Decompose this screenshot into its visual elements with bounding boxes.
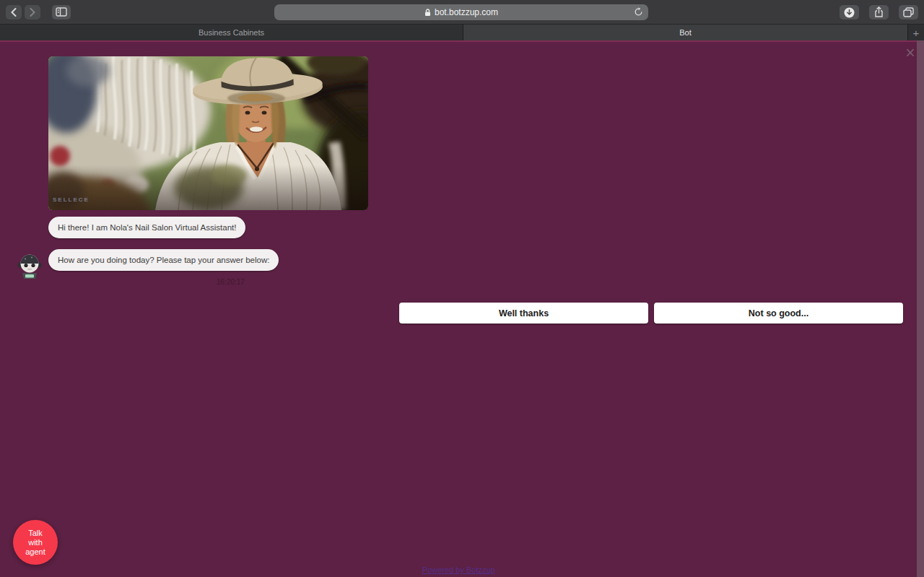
sidebar-button[interactable] bbox=[52, 5, 71, 19]
lock-icon bbox=[424, 9, 431, 17]
downloads-button[interactable] bbox=[840, 5, 859, 19]
share-icon bbox=[874, 6, 884, 18]
chevron-right-icon bbox=[29, 8, 36, 17]
chat-gif-image: SELLECE bbox=[48, 56, 368, 210]
tabs-overview-button[interactable] bbox=[899, 5, 918, 19]
gif-watermark: SELLECE bbox=[53, 196, 90, 203]
chat-message: Hi there! I am Nola's Nail Salon Virtual… bbox=[48, 217, 245, 238]
agent-button-line: agent bbox=[25, 547, 45, 557]
new-tab-button[interactable]: + bbox=[908, 25, 924, 40]
tab-label: Business Cabinets bbox=[199, 28, 264, 37]
nav-button-group bbox=[6, 5, 71, 19]
chat-page: × bbox=[0, 40, 924, 577]
forward-button[interactable] bbox=[25, 5, 40, 19]
toolbar-right-group bbox=[840, 5, 918, 19]
quick-reply-well-thanks[interactable]: Well thanks bbox=[399, 303, 648, 324]
message-timestamp: 16:20:17 bbox=[217, 278, 245, 286]
scrollbar-track[interactable] bbox=[917, 40, 924, 577]
chat-message-text: Hi there! I am Nola's Nail Salon Virtual… bbox=[58, 223, 236, 232]
tab-business-cabinets[interactable]: Business Cabinets bbox=[0, 25, 463, 40]
powered-by-link[interactable]: Powered by Botzzup bbox=[0, 565, 917, 574]
chat-message: How are you doing today? Please tap your… bbox=[48, 249, 279, 271]
browser-toolbar: bot.botzzup.com bbox=[0, 0, 924, 25]
sidebar-icon bbox=[56, 7, 67, 17]
chevron-left-icon bbox=[10, 8, 17, 17]
tabs-icon bbox=[903, 7, 914, 17]
reload-icon[interactable] bbox=[634, 7, 643, 17]
robot-icon bbox=[17, 253, 43, 279]
address-bar[interactable]: bot.botzzup.com bbox=[274, 4, 648, 20]
back-button[interactable] bbox=[6, 5, 22, 19]
bot-avatar bbox=[17, 253, 43, 279]
close-chat-icon[interactable]: × bbox=[901, 43, 920, 62]
chat-message-text: How are you doing today? Please tap your… bbox=[58, 256, 269, 264]
safari-window: bot.botzzup.com bbox=[0, 0, 924, 577]
agent-button-line: Talk bbox=[28, 529, 43, 538]
share-button[interactable] bbox=[869, 5, 889, 19]
download-icon bbox=[844, 7, 855, 18]
tab-bot[interactable]: Bot bbox=[463, 25, 908, 40]
talk-with-agent-button[interactable]: Talk with agent bbox=[13, 520, 58, 565]
tab-bar: Business Cabinets Bot + bbox=[0, 25, 924, 40]
cowboy-scene-illustration bbox=[48, 56, 368, 210]
agent-button-line: with bbox=[28, 538, 43, 547]
url-text: bot.botzzup.com bbox=[435, 7, 498, 17]
tab-label: Bot bbox=[679, 28, 692, 37]
quick-reply-not-so-good[interactable]: Not so good... bbox=[654, 303, 903, 324]
